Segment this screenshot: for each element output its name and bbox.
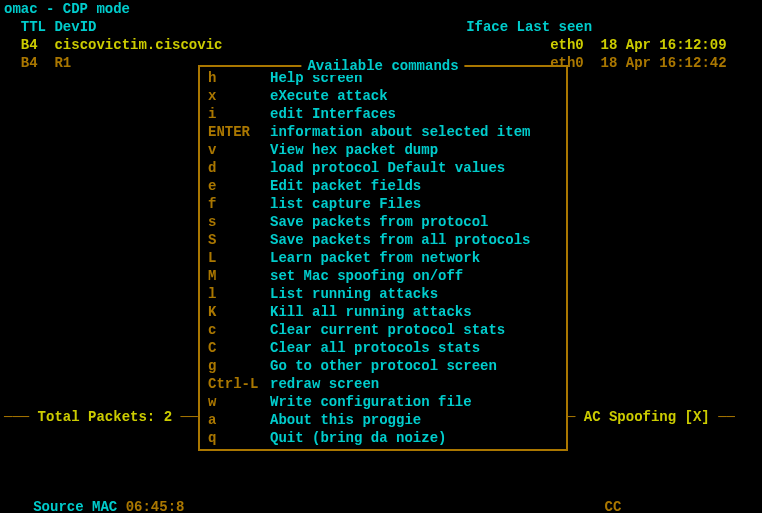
help-key: g	[208, 357, 270, 375]
help-item[interactable]: vView hex packet dump	[208, 141, 558, 159]
help-item[interactable]: iedit Interfaces	[208, 105, 558, 123]
help-item[interactable]: sSave packets from protocol	[208, 213, 558, 231]
help-key: w	[208, 393, 270, 411]
help-item[interactable]: eEdit packet fields	[208, 177, 558, 195]
help-item[interactable]: flist capture Files	[208, 195, 558, 213]
help-desc: About this proggie	[270, 412, 421, 428]
help-key: d	[208, 159, 270, 177]
help-desc: edit Interfaces	[270, 106, 396, 122]
help-desc: redraw screen	[270, 376, 379, 392]
help-item[interactable]: xeXecute attack	[208, 87, 558, 105]
help-key: q	[208, 429, 270, 447]
help-key: C	[208, 339, 270, 357]
help-item[interactable]: wWrite configuration file	[208, 393, 558, 411]
title-bar: omac - CDP mode	[0, 0, 762, 18]
help-key: h	[208, 69, 270, 87]
help-item[interactable]: LLearn packet from network	[208, 249, 558, 267]
help-key: l	[208, 285, 270, 303]
help-item[interactable]: KKill all running attacks	[208, 303, 558, 321]
help-desc: Go to other protocol screen	[270, 358, 497, 374]
help-key: f	[208, 195, 270, 213]
help-key: ENTER	[208, 123, 270, 141]
help-key: x	[208, 87, 270, 105]
help-desc: List running attacks	[270, 286, 438, 302]
help-item[interactable]: ENTERinformation about selected item	[208, 123, 558, 141]
help-key: i	[208, 105, 270, 123]
help-key: K	[208, 303, 270, 321]
help-key: Ctrl-L	[208, 375, 270, 393]
help-key: L	[208, 249, 270, 267]
help-desc: Write configuration file	[270, 394, 472, 410]
column-headers: TTL DevID Iface Last seen	[0, 18, 762, 36]
help-desc: set Mac spoofing on/off	[270, 268, 463, 284]
help-item[interactable]: dload protocol Default values	[208, 159, 558, 177]
help-item[interactable]: SSave packets from all protocols	[208, 231, 558, 249]
help-desc: Clear all protocols stats	[270, 340, 480, 356]
help-key: a	[208, 411, 270, 429]
help-desc: Edit packet fields	[270, 178, 421, 194]
help-desc: Clear current protocol stats	[270, 322, 505, 338]
help-key: v	[208, 141, 270, 159]
help-item[interactable]: CClear all protocols stats	[208, 339, 558, 357]
table-row[interactable]: B4 ciscovictim.ciscovic eth0 18 Apr 16:1…	[0, 36, 762, 54]
help-desc: eXecute attack	[270, 88, 388, 104]
help-key: s	[208, 213, 270, 231]
help-item[interactable]: gGo to other protocol screen	[208, 357, 558, 375]
packet-fields: Source MAC 06:45:8 CC Version 01 TTL B4 …	[4, 462, 625, 513]
help-item[interactable]: qQuit (bring da noize)	[208, 429, 558, 447]
help-desc: Learn packet from network	[270, 250, 480, 266]
help-desc: load protocol Default values	[270, 160, 505, 176]
help-key: e	[208, 177, 270, 195]
help-item[interactable]: Ctrl-Lredraw screen	[208, 375, 558, 393]
help-key: S	[208, 231, 270, 249]
help-item[interactable]: cClear current protocol stats	[208, 321, 558, 339]
help-key: c	[208, 321, 270, 339]
help-desc: View hex packet dump	[270, 142, 438, 158]
help-desc: Save packets from all protocols	[270, 232, 530, 248]
help-key: M	[208, 267, 270, 285]
help-item[interactable]: Mset Mac spoofing on/off	[208, 267, 558, 285]
help-desc: Save packets from protocol	[270, 214, 488, 230]
popup-title: Available commands	[301, 57, 464, 75]
help-desc: information about selected item	[270, 124, 530, 140]
help-desc: Kill all running attacks	[270, 304, 472, 320]
help-popup: Available commands hHelp screenxeXecute …	[198, 65, 568, 451]
help-item[interactable]: aAbout this proggie	[208, 411, 558, 429]
help-item[interactable]: lList running attacks	[208, 285, 558, 303]
help-desc: Quit (bring da noize)	[270, 430, 446, 446]
help-desc: list capture Files	[270, 196, 421, 212]
